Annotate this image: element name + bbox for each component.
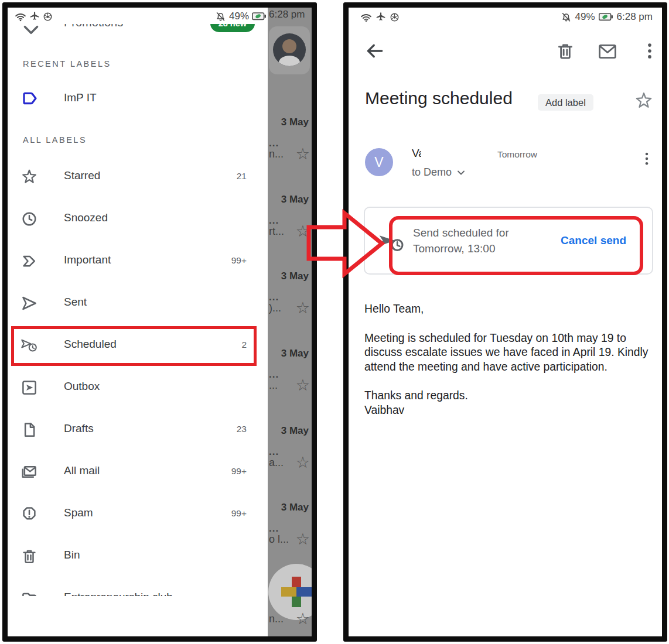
annotation-arrow bbox=[292, 204, 391, 280]
sidebar-item-imp-it[interactable]: ImP IT bbox=[8, 87, 268, 111]
outbox-icon bbox=[21, 379, 38, 396]
wifi-icon bbox=[360, 12, 372, 22]
sidebar-item-starred[interactable]: Starred21 bbox=[8, 165, 268, 189]
sidebar-item-snoozed[interactable]: Snoozed bbox=[8, 207, 268, 231]
sender-avatar[interactable]: V bbox=[365, 148, 393, 176]
recipient-row[interactable]: to Demo bbox=[412, 166, 466, 179]
star-icon[interactable]: ☆ bbox=[296, 299, 310, 317]
clock-icon bbox=[21, 210, 38, 228]
chevron-down-icon bbox=[456, 169, 466, 176]
sidebar-item-all-mail[interactable]: All mail99+ bbox=[8, 460, 268, 484]
wifi-icon bbox=[15, 12, 26, 22]
star-icon[interactable]: ☆ bbox=[296, 145, 310, 163]
sidebar-item-important[interactable]: Important99+ bbox=[8, 249, 268, 273]
globe-icon bbox=[390, 12, 400, 22]
sidebar-item-outbox[interactable]: Outbox bbox=[8, 376, 268, 399]
section-header-all: ALL LABELS bbox=[23, 135, 87, 145]
notifications-off-icon bbox=[215, 11, 226, 22]
overflow-menu-icon[interactable] bbox=[640, 41, 660, 61]
globe-icon bbox=[43, 12, 53, 22]
add-label-chip[interactable]: Add label bbox=[538, 94, 593, 111]
bin-icon bbox=[21, 547, 38, 565]
folder-icon bbox=[21, 590, 38, 596]
status-bar: 49% 6:28 pm bbox=[349, 8, 662, 24]
star-icon[interactable] bbox=[634, 91, 654, 111]
send-time: Tomorrow bbox=[497, 149, 537, 160]
email-body: Hello Team, Meeting is scheduled for Tue… bbox=[364, 302, 650, 417]
list-item: 3 May......☆ bbox=[268, 348, 312, 402]
screenshot-canvas: 6:28 pm 3 May...n...☆3 May...rt...☆3 May… bbox=[0, 0, 669, 644]
account-avatar-card bbox=[269, 26, 310, 74]
plus-icon bbox=[281, 577, 312, 607]
sidebar-item-spam[interactable]: Spam99+ bbox=[8, 502, 268, 526]
back-icon[interactable] bbox=[364, 40, 385, 61]
background-email-list: 6:28 pm 3 May...n...☆3 May...rt...☆3 May… bbox=[268, 8, 312, 636]
avatar bbox=[273, 33, 306, 66]
schedule-info: Send scheduled for Tomorrow, 13:00 bbox=[413, 225, 561, 256]
status-time: 6:28 pm bbox=[269, 9, 305, 20]
message-menu-icon[interactable] bbox=[638, 150, 656, 167]
right-phone-frame: 49% 6:28 pm Meeting scheduled Add label … bbox=[343, 2, 667, 642]
sent-icon bbox=[21, 294, 38, 312]
list-item: n... ☆ bbox=[268, 608, 312, 636]
airplane-mode-icon bbox=[376, 12, 386, 22]
battery-icon bbox=[252, 12, 267, 20]
list-item: 3 May...o l...☆ bbox=[268, 502, 312, 556]
list-item: 3 May...n...☆ bbox=[268, 117, 312, 170]
important-icon bbox=[21, 252, 38, 270]
sender-name: Va bbox=[412, 147, 425, 160]
cancel-send-button[interactable]: Cancel send bbox=[561, 234, 626, 247]
star-icon[interactable]: ☆ bbox=[296, 376, 310, 394]
star-icon bbox=[21, 168, 38, 186]
sidebar-item-drafts[interactable]: Drafts23 bbox=[8, 418, 268, 441]
allmail-icon bbox=[21, 463, 38, 481]
email-subject: Meeting scheduled bbox=[365, 88, 513, 108]
drafts-icon bbox=[21, 421, 38, 439]
star-icon[interactable]: ☆ bbox=[296, 609, 310, 628]
sidebar-item-sent[interactable]: Sent bbox=[8, 292, 268, 315]
spam-icon bbox=[21, 505, 38, 523]
list-item: 3 May...a...☆ bbox=[268, 425, 312, 479]
sidebar-item-bin[interactable]: Bin bbox=[8, 544, 268, 568]
section-header-recent: RECENT LABELS bbox=[23, 59, 111, 68]
annotation-box-scheduled bbox=[11, 326, 257, 366]
star-icon[interactable]: ☆ bbox=[296, 530, 310, 548]
nav-drawer: Promotions 28 new 49% RECENT LABELS ImP … bbox=[8, 8, 268, 636]
notifications-off-icon bbox=[561, 12, 572, 23]
mark-unread-icon[interactable] bbox=[598, 43, 617, 60]
star-icon[interactable]: ☆ bbox=[296, 453, 310, 471]
delete-icon[interactable] bbox=[555, 41, 575, 61]
status-bar: 49% bbox=[8, 8, 268, 24]
airplane-mode-icon bbox=[29, 11, 40, 22]
sidebar-item-clipped-label[interactable]: Entrepreneurship club bbox=[8, 587, 268, 596]
scheduled-send-banner: Send scheduled for Tomorrow, 13:00 Cance… bbox=[364, 207, 653, 275]
label-icon bbox=[21, 89, 39, 108]
battery-icon bbox=[599, 13, 613, 21]
left-phone-frame: 6:28 pm 3 May...n...☆3 May...rt...☆3 May… bbox=[2, 2, 317, 642]
